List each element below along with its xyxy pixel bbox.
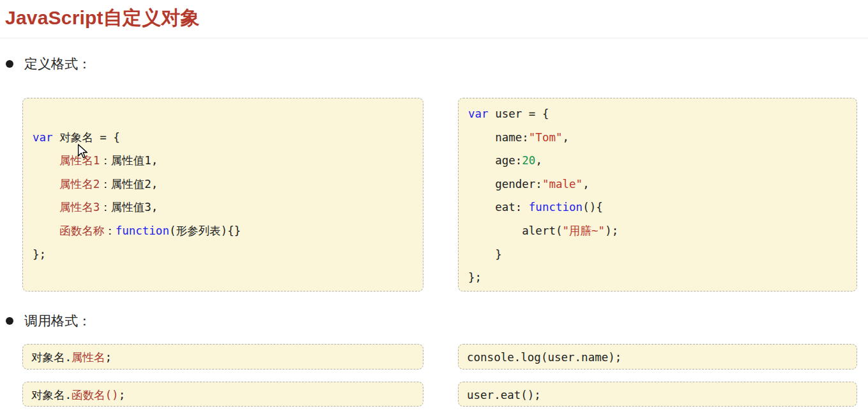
code-block-definition-example: var user = { name:"Tom", age:20, gender:… [458, 98, 857, 292]
section-definition-header: 定义格式： [6, 55, 91, 73]
section-invocation-label: 调用格式： [24, 312, 91, 330]
code-block-invoke-method-example: user.eat(); [458, 382, 857, 407]
code-block-invoke-property-example: console.log(user.name); [458, 344, 857, 369]
section-definition-label: 定义格式： [24, 55, 91, 73]
page: JavaScript自定义对象 定义格式： var 对象名 = { 属性名1：属… [0, 0, 868, 420]
code-block-invoke-method-template: 对象名.函数名(); [22, 382, 423, 407]
title-underline: JavaScript自定义对象 [0, 0, 868, 38]
code-block-definition-template: var 对象名 = { 属性名1：属性值1, 属性名2：属性值2, 属性名3：属… [22, 98, 423, 292]
section-invocation-header: 调用格式： [6, 312, 91, 330]
bullet-icon [6, 60, 13, 68]
mouse-cursor-icon [75, 143, 89, 160]
code-block-invoke-property-template: 对象名.属性名; [22, 344, 423, 369]
page-title: JavaScript自定义对象 [5, 5, 868, 31]
bullet-icon [6, 317, 13, 325]
